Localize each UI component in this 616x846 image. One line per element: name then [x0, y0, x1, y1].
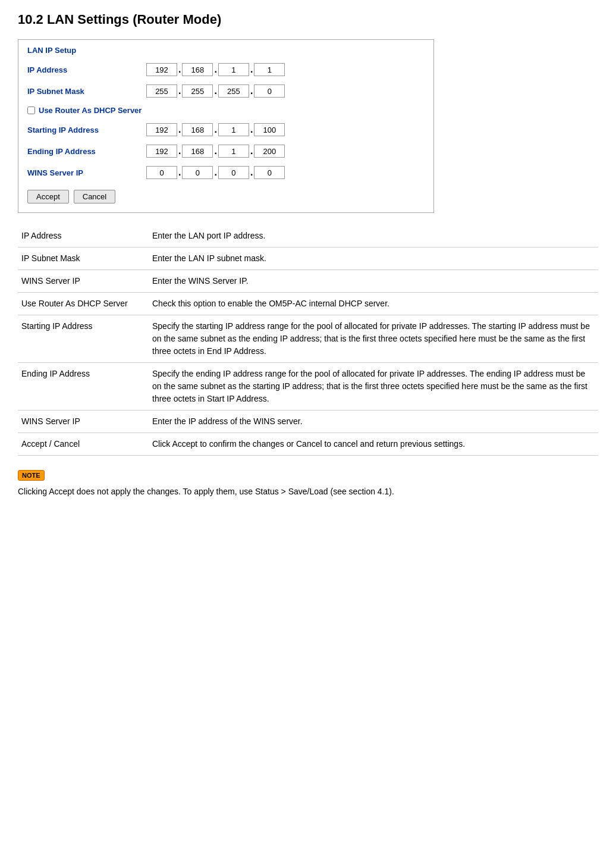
ip-address-octet2[interactable] [182, 63, 213, 76]
ending-ip-row: Ending IP Address . . . [27, 142, 425, 160]
term-cell: Use Router As DHCP Server [18, 293, 149, 315]
ending-ip-octet1[interactable] [146, 145, 177, 158]
definition-cell: Specify the starting IP address range fo… [149, 315, 598, 363]
page-title: 10.2 LAN Settings (Router Mode) [18, 12, 598, 27]
dhcp-checkbox-row: Use Router As DHCP Server [27, 106, 425, 115]
term-cell: WINS Server IP [18, 411, 149, 433]
ip-address-octet4[interactable] [254, 63, 285, 76]
term-cell: Accept / Cancel [18, 433, 149, 456]
ending-ip-inputs: . . . [146, 145, 285, 158]
wins-dot-1: . [178, 167, 181, 178]
dhcp-checkbox[interactable] [27, 106, 35, 114]
wins-ip-octet3[interactable] [218, 166, 249, 179]
starting-ip-label: Starting IP Address [27, 126, 146, 134]
subnet-octet2[interactable] [182, 84, 213, 98]
button-row: Accept Cancel [27, 190, 425, 203]
note-section: NOTE Clicking Accept does not apply the … [18, 470, 598, 498]
term-cell: WINS Server IP [18, 270, 149, 293]
ending-ip-octet2[interactable] [182, 145, 213, 158]
note-text: Clicking Accept does not apply the chang… [18, 485, 598, 498]
subnet-octet1[interactable] [146, 84, 177, 98]
ending-dot-2: . [214, 146, 216, 156]
definition-cell: Enter the IP address of the WINS server. [149, 411, 598, 433]
ending-dot-3: . [250, 146, 253, 156]
table-row: Use Router As DHCP Server Check this opt… [18, 293, 598, 315]
lan-ip-setup-box: LAN IP Setup IP Address . . . IP Subnet … [18, 39, 434, 213]
starting-dot-3: . [250, 124, 253, 135]
ip-dot-3: . [250, 64, 253, 75]
definition-cell: Enter the WINS Server IP. [149, 270, 598, 293]
subnet-dot-1: . [178, 86, 181, 96]
subnet-octet3[interactable] [218, 84, 249, 98]
ip-address-label: IP Address [27, 65, 146, 74]
starting-dot-2: . [214, 124, 216, 135]
wins-dot-2: . [214, 167, 216, 178]
subnet-dot-2: . [214, 86, 216, 96]
wins-ip-octet4[interactable] [254, 166, 285, 179]
definition-cell: Click Accept to confirm the changes or C… [149, 433, 598, 456]
table-row: WINS Server IP Enter the WINS Server IP. [18, 270, 598, 293]
ip-subnet-mask-row: IP Subnet Mask . . . [27, 82, 425, 100]
definition-cell: Enter the LAN port IP address. [149, 225, 598, 247]
wins-ip-octet1[interactable] [146, 166, 177, 179]
ip-dot-2: . [214, 64, 216, 75]
ip-address-inputs: . . . [146, 63, 285, 76]
table-row: WINS Server IP Enter the IP address of t… [18, 411, 598, 433]
ip-address-octet3[interactable] [218, 63, 249, 76]
starting-ip-octet3[interactable] [218, 123, 249, 136]
subnet-octet4[interactable] [254, 84, 285, 98]
term-cell: Ending IP Address [18, 363, 149, 411]
starting-ip-octet4[interactable] [254, 123, 285, 136]
term-cell: IP Subnet Mask [18, 247, 149, 270]
ending-dot-1: . [178, 146, 181, 156]
definition-cell: Check this option to enable the OM5P-AC … [149, 293, 598, 315]
subnet-dot-3: . [250, 86, 253, 96]
ip-dot-1: . [178, 64, 181, 75]
table-row: IP Subnet Mask Enter the LAN IP subnet m… [18, 247, 598, 270]
table-row: Ending IP Address Specify the ending IP … [18, 363, 598, 411]
starting-ip-row: Starting IP Address . . . [27, 121, 425, 139]
ending-ip-octet4[interactable] [254, 145, 285, 158]
accept-button[interactable]: Accept [27, 190, 69, 203]
wins-server-ip-label: WINS Server IP [27, 168, 146, 177]
wins-ip-inputs: . . . [146, 166, 285, 179]
table-row: Accept / Cancel Click Accept to confirm … [18, 433, 598, 456]
definition-cell: Enter the LAN IP subnet mask. [149, 247, 598, 270]
ip-address-row: IP Address . . . [27, 61, 425, 79]
starting-ip-octet2[interactable] [182, 123, 213, 136]
cancel-button[interactable]: Cancel [74, 190, 115, 203]
note-badge: NOTE [18, 470, 45, 481]
term-cell: Starting IP Address [18, 315, 149, 363]
ip-address-octet1[interactable] [146, 63, 177, 76]
description-table: IP Address Enter the LAN port IP address… [18, 225, 598, 456]
table-row: Starting IP Address Specify the starting… [18, 315, 598, 363]
setup-box-title: LAN IP Setup [27, 46, 425, 55]
ending-ip-label: Ending IP Address [27, 147, 146, 156]
dhcp-checkbox-label[interactable]: Use Router As DHCP Server [39, 106, 142, 115]
ip-subnet-mask-inputs: . . . [146, 84, 285, 98]
definition-cell: Specify the ending IP address range for … [149, 363, 598, 411]
term-cell: IP Address [18, 225, 149, 247]
wins-ip-octet2[interactable] [182, 166, 213, 179]
ip-subnet-mask-label: IP Subnet Mask [27, 87, 146, 96]
starting-dot-1: . [178, 124, 181, 135]
wins-server-ip-row: WINS Server IP . . . [27, 164, 425, 181]
ending-ip-octet3[interactable] [218, 145, 249, 158]
wins-dot-3: . [250, 167, 253, 178]
table-row: IP Address Enter the LAN port IP address… [18, 225, 598, 247]
starting-ip-octet1[interactable] [146, 123, 177, 136]
starting-ip-inputs: . . . [146, 123, 285, 136]
